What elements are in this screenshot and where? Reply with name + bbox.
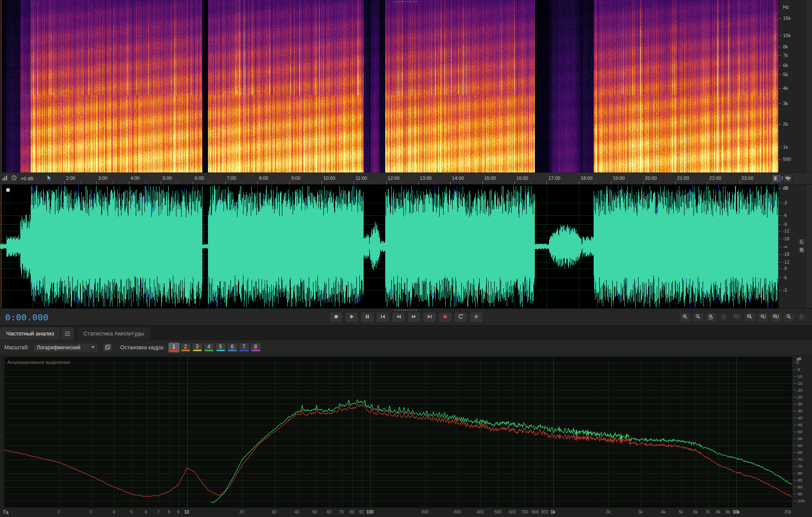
timeline-minor-tick [112, 182, 113, 184]
timeline-tick-label: 23:00 [742, 176, 754, 181]
tab-frequency-analysis[interactable]: Частотный анализ [0, 327, 60, 340]
move-playhead-icon [473, 314, 479, 321]
frequency-tick-label: 30 [272, 510, 276, 514]
timeline-minor-tick [724, 182, 724, 184]
scale-label: Масштаб: [4, 345, 29, 351]
zoom-out-frame-icon [721, 314, 727, 321]
skip-selection-button[interactable] [470, 312, 483, 322]
frequency-tick-label: 500 [783, 156, 791, 162]
timeline-tick [225, 181, 226, 184]
channel-l-badge[interactable]: L [798, 239, 805, 245]
timeline-tick-label: 12:00 [388, 176, 400, 181]
frequency-tick-label: 15k [783, 16, 791, 21]
timeline-tick [547, 181, 547, 184]
frequency-tick-label: 40 [294, 510, 299, 514]
frequency-tick-label: 8 [168, 510, 170, 514]
frequency-ruler[interactable]: Hz 15k10k8k7k6k5k4k3k2k1k500 [778, 0, 812, 172]
playhead[interactable] [1, 185, 1, 308]
fast-forward-button[interactable] [407, 312, 421, 322]
fade-handle-icon[interactable] [6, 188, 10, 192]
record-button[interactable] [438, 312, 452, 322]
gain-label[interactable]: +0 dB [21, 176, 33, 181]
tab-amplitude-statistics[interactable]: Статистика Амплитуды [77, 327, 150, 340]
timeline-minor-tick [434, 182, 435, 184]
timeline-tick [675, 181, 676, 184]
frequency-tick-label: 7k [783, 53, 788, 58]
rewind-icon [396, 314, 401, 321]
hold-button-6[interactable]: 6 [227, 343, 238, 352]
channel-r-badge[interactable]: R [798, 247, 805, 253]
timeline-tick [386, 181, 387, 184]
panel-grip[interactable] [394, 310, 418, 311]
timeline-tick [611, 181, 611, 184]
zoom-in-icon [682, 314, 688, 321]
zoom-selection-left-button[interactable] [744, 313, 756, 322]
loop-playback-button[interactable] [454, 312, 467, 322]
frequency-tick-label: 6k [783, 63, 788, 68]
timeline-tick [483, 181, 483, 184]
db-tick-label: -3 [783, 200, 787, 205]
timeline-ruler[interactable]: 2:003:004:005:006:007:008:009:0010:0011:… [0, 172, 812, 185]
frequency-tick-label: 8k [783, 44, 788, 49]
panel-grip[interactable] [394, 1, 418, 2]
zoom-in-time-button[interactable] [705, 313, 717, 322]
clock-icon[interactable] [11, 175, 17, 182]
hold-button-3[interactable]: 3 [192, 343, 203, 352]
level-meter-icon[interactable] [3, 175, 7, 182]
timeline-tick-label: 21:00 [677, 176, 689, 181]
zoom-out-button[interactable] [692, 313, 704, 322]
waveform-display[interactable] [0, 185, 778, 308]
timeline-tick-label: 11:00 [355, 176, 367, 181]
hold-button-label: 6 [231, 344, 234, 350]
skip-to-end-button[interactable] [423, 312, 436, 322]
timeline-tick-label: 2:00 [66, 176, 75, 181]
timeline-minor-tick [756, 182, 756, 184]
play-button[interactable] [345, 312, 358, 322]
zoom-selection-button[interactable] [770, 313, 782, 322]
skip-to-start-button[interactable] [376, 312, 390, 322]
hold-button-5[interactable]: 5 [215, 343, 226, 352]
hold-button-8[interactable]: 8 [250, 343, 261, 352]
scale-select[interactable]: Логарифмический [33, 343, 99, 352]
hold-button-1[interactable]: 1 [169, 343, 179, 352]
fast-forward-icon [411, 314, 417, 321]
timeline-tick-label: 15:00 [484, 176, 496, 181]
db-tick-label: 0 [796, 360, 799, 365]
hold-color-bar [205, 350, 213, 351]
timeline-tick [257, 181, 258, 184]
hold-button-2[interactable]: 2 [180, 343, 191, 352]
zoom-sel-right-icon [760, 314, 766, 321]
hold-button-7[interactable]: 7 [239, 343, 249, 352]
toggle-spectral-button[interactable] [772, 174, 781, 183]
panel-tab-bar: Частотный анализ Статистика Амплитуды [0, 326, 812, 340]
pause-button[interactable] [361, 312, 374, 322]
timeline-tick-label: 19:00 [613, 176, 625, 181]
db-tick-label: -85 [796, 478, 802, 482]
stop-button[interactable] [329, 312, 343, 322]
copy-graph-button[interactable] [102, 343, 113, 352]
hold-button-label: 5 [219, 344, 222, 350]
timeline-tick-label: 18:00 [581, 176, 593, 181]
time-display[interactable]: 0:00.000 [5, 312, 48, 322]
hold-color-bar [170, 350, 178, 351]
timeline-minor-tick [499, 182, 499, 184]
zoom-in-button[interactable] [679, 313, 691, 322]
frequency-tick-label: 10 [184, 510, 189, 514]
zoom-timed-button[interactable] [783, 313, 795, 322]
timeline-tick [64, 181, 65, 184]
playhead[interactable] [1, 0, 1, 172]
db-tick-label: -100 [796, 498, 805, 503]
frequency-tick-label: 1k [551, 510, 556, 514]
panel-menu-icon[interactable] [61, 327, 74, 340]
selection-tool-icon[interactable] [47, 175, 52, 182]
frequency-tick-label: 4k [661, 510, 666, 514]
spectrogram-display[interactable] [0, 0, 778, 172]
hold-button-label: 4 [208, 344, 211, 350]
rewind-button[interactable] [392, 312, 405, 322]
toggle-waveform-button[interactable] [783, 174, 793, 183]
timeline-minor-tick [531, 182, 531, 184]
amplitude-ruler[interactable]: dB-3-3-6-6-9-9-12-12-18-18-∞LR [778, 185, 812, 308]
hold-button-4[interactable]: 4 [204, 343, 214, 352]
timeline-tick [322, 181, 322, 184]
zoom-selection-right-button[interactable] [757, 313, 769, 322]
